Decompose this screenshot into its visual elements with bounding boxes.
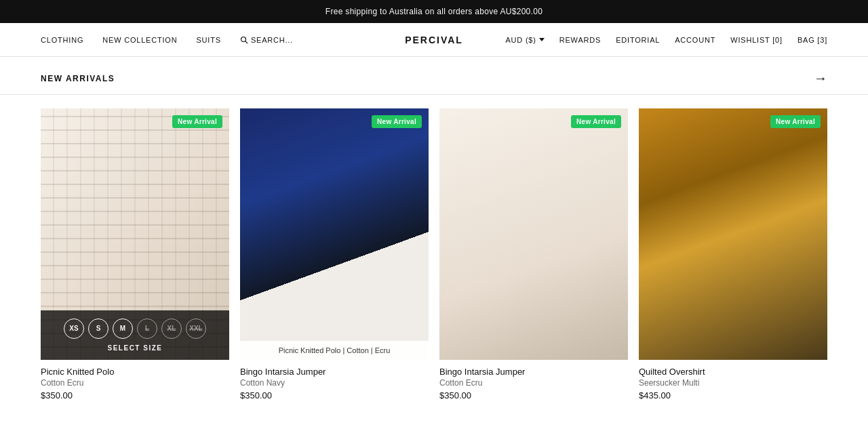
announcement-bar: Free shipping to Australia on all orders…	[0, 0, 868, 23]
size-xs[interactable]: XS	[64, 319, 84, 339]
nav-left: CLOTHING NEW COLLECTION SUITS SEARCH...	[41, 36, 293, 44]
product-name-1: Picnic Knitted Polo	[41, 367, 229, 377]
product-price-2: $350.00	[240, 390, 429, 401]
svg-point-0	[241, 37, 245, 41]
size-s[interactable]: S	[88, 319, 108, 339]
chevron-down-icon	[539, 38, 545, 41]
new-arrival-badge-2: New Arrival	[372, 115, 422, 128]
svg-line-1	[245, 41, 248, 43]
product-image-2: New Arrival Picnic Knitted Polo | Cotton…	[240, 108, 429, 360]
product-price-1: $350.00	[41, 390, 229, 401]
search-icon	[240, 36, 248, 44]
section-title: NEW ARRIVALS	[41, 74, 115, 83]
search-label: SEARCH...	[251, 36, 293, 44]
new-arrival-badge-4: New Arrival	[770, 115, 821, 128]
announcement-text: Free shipping to Australia on all orders…	[326, 7, 542, 16]
product-image-4: New Arrival	[639, 108, 827, 360]
nav-right: AUD ($) REWARDS EDITORIAL ACCOUNT WISHLI…	[505, 36, 827, 44]
product-name-2: Bingo Intarsia Jumper	[240, 367, 429, 377]
section-header: NEW ARRIVALS →	[0, 57, 868, 95]
currency-label: AUD ($)	[505, 36, 536, 44]
nav-item-search[interactable]: SEARCH...	[240, 36, 293, 44]
currency-selector[interactable]: AUD ($)	[505, 36, 544, 44]
product-price-4: $435.00	[639, 390, 827, 401]
nav-item-clothing[interactable]: CLOTHING	[41, 36, 83, 44]
product-name-4: Quilted Overshirt	[639, 367, 827, 377]
size-xxl[interactable]: XXL	[186, 319, 206, 339]
product-card-3[interactable]: New Arrival Bingo Intarsia Jumper Cotton…	[439, 108, 628, 401]
new-arrival-badge-1: New Arrival	[172, 115, 222, 128]
view-all-arrow[interactable]: →	[814, 70, 827, 86]
nav-item-account[interactable]: ACCOUNT	[675, 36, 715, 44]
nav-center: PERCIVAL	[405, 34, 463, 46]
nav-item-wishlist[interactable]: WISHLIST [0]	[730, 36, 783, 44]
product-price-3: $350.00	[439, 390, 628, 401]
product-material-4: Seersucker Multi	[639, 378, 827, 388]
product-grid: New Arrival XS S M L XL XXL SELECT SIZE …	[0, 108, 868, 428]
product-card-2[interactable]: New Arrival Picnic Knitted Polo | Cotton…	[240, 108, 429, 401]
product-material-3: Cotton Ecru	[439, 378, 628, 388]
size-xl[interactable]: XL	[161, 319, 182, 339]
nav-item-suits[interactable]: SUITS	[196, 36, 220, 44]
product-material-1: Cotton Ecru	[41, 378, 229, 388]
product-name-3: Bingo Intarsia Jumper	[439, 367, 628, 377]
tooltip-text-2: Picnic Knitted Polo | Cotton | Ecru	[279, 346, 391, 354]
product-card-4[interactable]: New Arrival Quilted Overshirt Seersucker…	[639, 108, 827, 401]
nav-item-editorial[interactable]: EDITORIAL	[616, 36, 660, 44]
product-card-1[interactable]: New Arrival XS S M L XL XXL SELECT SIZE …	[41, 108, 229, 401]
nav-item-bag[interactable]: BAG [3]	[797, 36, 827, 44]
nav-item-new-collection[interactable]: NEW COLLECTION	[102, 36, 177, 44]
brand-name[interactable]: PERCIVAL	[405, 35, 463, 45]
nav-item-rewards[interactable]: REWARDS	[559, 36, 601, 44]
product-image-3: New Arrival	[439, 108, 628, 360]
main-nav: CLOTHING NEW COLLECTION SUITS SEARCH... …	[0, 23, 868, 57]
size-m[interactable]: M	[113, 319, 133, 339]
size-overlay-1: XS S M L XL XXL SELECT SIZE	[41, 310, 229, 360]
product-image-1: New Arrival XS S M L XL XXL SELECT SIZE	[41, 108, 229, 360]
size-buttons-1: XS S M L XL XXL	[64, 319, 206, 339]
new-arrival-badge-3: New Arrival	[571, 115, 621, 128]
product-material-2: Cotton Navy	[240, 378, 429, 388]
product-tooltip-2: Picnic Knitted Polo | Cotton | Ecru	[240, 341, 429, 360]
size-l[interactable]: L	[137, 319, 157, 339]
select-size-label: SELECT SIZE	[108, 344, 163, 352]
